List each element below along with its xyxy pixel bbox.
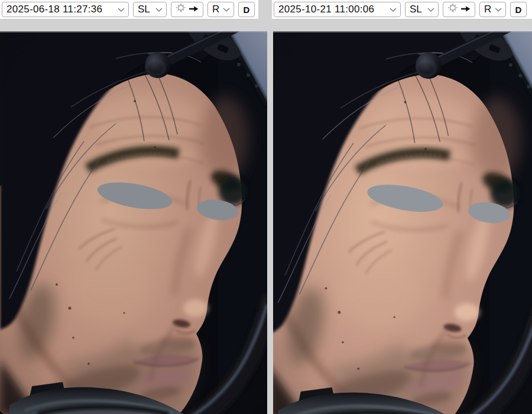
chevron-down-icon [223,8,230,12]
patient-photo-right-image [273,31,532,414]
lighting-mode-select-left[interactable]: SL [133,2,167,17]
capture-date-select-left[interactable]: 2025-06-18 11:27:36 [2,2,129,17]
patient-photo-left-image [0,31,267,414]
lighting-mode-value: SL [138,4,150,15]
capture-date-value: 2025-06-18 11:27:36 [7,4,102,15]
chevron-down-icon [155,8,163,12]
detail-button-label: D [515,5,522,15]
detail-button-left[interactable]: D [238,2,255,17]
side-select-right[interactable]: R [479,2,506,17]
chevron-down-icon [495,8,502,12]
chevron-down-icon [390,8,397,12]
chevron-down-icon [118,8,125,12]
chevron-down-icon [427,8,434,12]
detail-button-right[interactable]: D [510,2,527,17]
light-bulb-icon [176,3,186,16]
arrow-right-icon [461,4,471,15]
detail-button-label: D [244,5,250,15]
lighting-mode-value: SL [410,4,422,15]
lighting-mode-select-right[interactable]: SL [405,2,439,17]
patient-photo-left[interactable] [0,31,267,414]
side-value: R [484,4,491,15]
left-toolbar: 2025-06-18 11:27:36 SL [0,0,258,20]
light-sync-button-left[interactable] [171,2,203,17]
side-value: R [212,4,219,15]
comparison-viewer: 2025-06-18 11:27:36 SL [0,0,532,414]
right-toolbar: 2025-10-21 11:00:06 SL [272,0,532,20]
arrow-right-icon [189,4,199,15]
light-bulb-icon [447,3,458,16]
light-sync-button-right[interactable] [443,2,475,17]
capture-date-select-right[interactable]: 2025-10-21 11:00:06 [274,2,401,17]
capture-date-value: 2025-10-21 11:00:06 [278,4,374,15]
side-select-left[interactable]: R [207,2,234,17]
patient-photo-right[interactable] [273,31,532,414]
